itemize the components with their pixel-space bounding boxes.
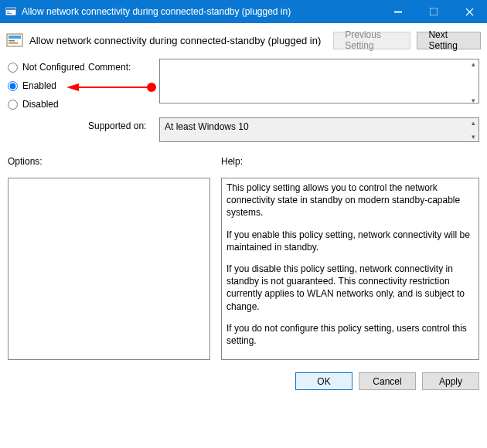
radio-disabled[interactable]: Disabled (8, 99, 88, 110)
close-button[interactable] (451, 0, 487, 23)
supported-on-label: Supported on: (88, 110, 159, 131)
radio-enabled[interactable]: Enabled (8, 80, 88, 91)
svg-rect-1 (6, 8, 15, 10)
help-paragraph: If you enable this policy setting, netwo… (226, 229, 474, 253)
svg-rect-3 (7, 13, 12, 14)
comment-label: Comment: (88, 59, 159, 73)
previous-setting-button[interactable]: Previous Setting (333, 32, 410, 49)
help-label: Help: (221, 156, 479, 167)
cancel-button[interactable]: Cancel (359, 372, 416, 390)
apply-button[interactable]: Apply (422, 372, 479, 390)
policy-title: Allow network connectivity during connec… (29, 35, 321, 46)
help-paragraph: If you disable this policy setting, netw… (226, 263, 474, 313)
radio-label: Not Configured (22, 62, 85, 73)
svg-rect-2 (7, 12, 10, 12)
svg-point-12 (147, 83, 156, 92)
comment-input[interactable] (159, 59, 479, 104)
policy-icon (6, 31, 23, 49)
options-panel[interactable] (8, 178, 210, 360)
ok-button[interactable]: OK (295, 372, 352, 390)
radio-not-configured[interactable]: Not Configured (8, 62, 88, 73)
radio-label: Enabled (22, 80, 56, 91)
svg-marker-11 (66, 83, 79, 91)
svg-rect-8 (9, 40, 15, 42)
window-title: Allow network connectivity during connec… (22, 6, 291, 17)
help-panel[interactable]: This policy setting allows you to contro… (221, 178, 479, 360)
policy-header: Allow network connectivity during connec… (0, 23, 487, 54)
dialog-footer: OK Cancel Apply (0, 366, 487, 398)
maximize-button[interactable] (416, 0, 451, 23)
minimize-button[interactable] (380, 0, 416, 23)
supported-on-value: At least Windows 10 (159, 117, 479, 142)
options-label: Options: (8, 156, 210, 167)
annotation-arrow (65, 82, 158, 93)
radio-label: Disabled (22, 99, 59, 110)
state-radio-group: Not Configured Enabled Disabled (8, 59, 88, 110)
app-icon (5, 5, 17, 18)
svg-rect-7 (9, 36, 21, 39)
svg-rect-4 (394, 12, 402, 12)
next-setting-button[interactable]: Next Setting (417, 32, 481, 49)
help-paragraph: If you do not configure this policy sett… (226, 322, 474, 347)
svg-rect-5 (430, 8, 438, 15)
title-bar: Allow network connectivity during connec… (0, 0, 487, 23)
svg-rect-9 (9, 42, 18, 44)
help-paragraph: This policy setting allows you to contro… (226, 182, 474, 219)
